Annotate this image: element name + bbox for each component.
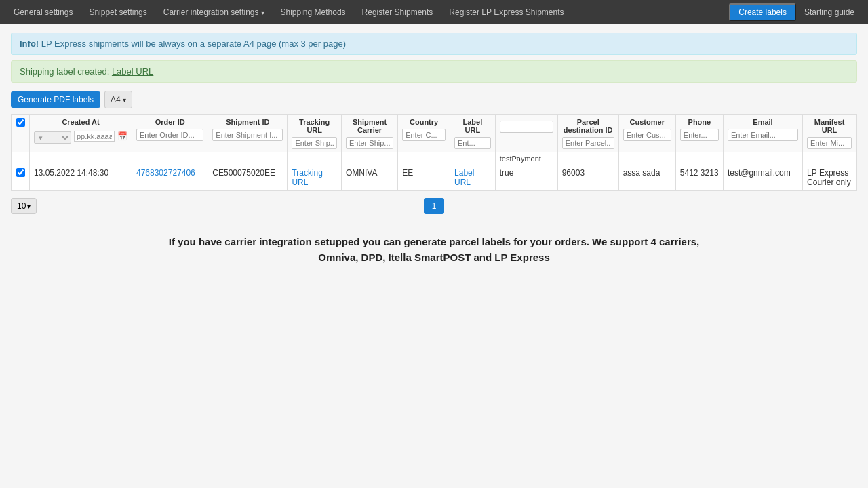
table-row: 13.05.2022 14:48:30 4768302727406 CE5000… bbox=[12, 165, 856, 190]
select-all-checkbox[interactable] bbox=[16, 118, 25, 127]
page-size-button[interactable]: A4 bbox=[104, 91, 132, 108]
th-created-at: Created At ▾ 📅 bbox=[30, 115, 132, 152]
row-carrier: OMNIVA bbox=[341, 165, 397, 190]
th-manifest-url: Manifest URL bbox=[803, 115, 856, 152]
filter-test-payment: testPayment bbox=[495, 152, 557, 165]
filter-customer bbox=[618, 152, 675, 165]
nav-register-shipments[interactable]: Register Shipments bbox=[354, 0, 441, 24]
th-label-url: Label URL bbox=[450, 115, 496, 152]
row-extra: true bbox=[495, 165, 557, 190]
nav-shipping-methods[interactable]: Shipping Methods bbox=[273, 0, 354, 24]
row-email: test@gnmail.com bbox=[723, 165, 802, 190]
create-labels-button[interactable]: Create labels bbox=[729, 3, 796, 21]
th-order-id: Order ID bbox=[132, 115, 208, 152]
label-url-row-link[interactable]: Label URL bbox=[454, 168, 474, 187]
row-tracking-url: Tracking URL bbox=[288, 165, 342, 190]
th-phone: Phone bbox=[675, 115, 723, 152]
nav-snippet-settings[interactable]: Snippet settings bbox=[81, 0, 155, 24]
filter-tracking-url bbox=[288, 152, 342, 165]
th-shipment-carrier: Shipment Carrier bbox=[341, 115, 397, 152]
filter-order-id bbox=[132, 152, 208, 165]
filter-phone bbox=[675, 152, 723, 165]
filter-created-at bbox=[30, 152, 132, 165]
row-select-checkbox[interactable] bbox=[16, 168, 25, 177]
filter-manifest bbox=[803, 152, 856, 165]
per-page-button[interactable]: 10 bbox=[11, 198, 37, 214]
nav-register-lp-express[interactable]: Register LP Express Shipments bbox=[441, 0, 572, 24]
shipment-carrier-filter[interactable] bbox=[346, 137, 393, 149]
email-filter[interactable] bbox=[728, 129, 798, 141]
tracking-url-link[interactable]: Tracking URL bbox=[292, 168, 323, 187]
nav-bar: General settings Snippet settings Carrie… bbox=[0, 0, 868, 24]
per-page-container: 10 bbox=[11, 198, 37, 214]
bottom-info-text: If you have carrier integration setupped… bbox=[163, 235, 705, 265]
filter-checkbox-cell bbox=[12, 152, 30, 165]
th-country: Country bbox=[398, 115, 450, 152]
success-text: Shipping label created: bbox=[20, 66, 112, 77]
customer-filter[interactable] bbox=[623, 129, 671, 141]
toolbar: Generate PDF labels A4 bbox=[11, 91, 857, 108]
info-banner: Info! LP Express shipments will be alway… bbox=[11, 33, 857, 55]
created-at-date-input[interactable] bbox=[74, 131, 115, 142]
country-filter[interactable] bbox=[402, 129, 446, 141]
filter-label-url bbox=[450, 152, 496, 165]
success-banner: Shipping label created: Label URL bbox=[11, 60, 857, 83]
label-url-filter[interactable] bbox=[454, 137, 491, 149]
order-id-filter[interactable] bbox=[136, 129, 203, 141]
th-shipment-id: Shipment ID bbox=[208, 115, 288, 152]
th-select-all bbox=[12, 115, 30, 152]
filter-shipment-id bbox=[208, 152, 288, 165]
phone-filter[interactable] bbox=[680, 129, 719, 141]
nav-starting-guide[interactable]: Starting guide bbox=[796, 0, 863, 24]
label-url-link[interactable]: Label URL bbox=[112, 66, 153, 77]
shipment-id-filter[interactable] bbox=[212, 129, 283, 141]
row-manifest-url: LP Express Courier only bbox=[803, 165, 856, 190]
filter-carrier bbox=[341, 152, 397, 165]
th-customer: Customer bbox=[618, 115, 675, 152]
filter-parcel bbox=[557, 152, 618, 165]
parcel-dest-filter[interactable] bbox=[562, 137, 614, 149]
pagination: 10 1 bbox=[11, 198, 857, 214]
th-email: Email bbox=[723, 115, 802, 152]
row-country: EE bbox=[398, 165, 450, 190]
row-checkbox-cell bbox=[12, 165, 30, 190]
main-content: Info! LP Express shipments will be alway… bbox=[0, 24, 868, 273]
manifest-url-filter[interactable] bbox=[807, 137, 852, 149]
filter-email bbox=[723, 152, 802, 165]
label-extra-filter[interactable] bbox=[500, 121, 553, 133]
filter-country bbox=[398, 152, 450, 165]
th-label-extra bbox=[495, 115, 557, 152]
shipments-table-wrapper: Created At ▾ 📅 Order ID bbox=[11, 114, 857, 191]
created-at-select[interactable]: ▾ bbox=[34, 131, 71, 144]
row-customer: assa sada bbox=[618, 165, 675, 190]
row-order-id: 4768302727406 bbox=[132, 165, 208, 190]
row-label-url: Label URL bbox=[450, 165, 496, 190]
order-id-link[interactable]: 4768302727406 bbox=[136, 168, 195, 178]
info-prefix: Info! bbox=[20, 39, 39, 49]
calendar-icon[interactable]: 📅 bbox=[117, 131, 127, 141]
row-created-at: 13.05.2022 14:48:30 bbox=[30, 165, 132, 190]
row-phone: 5412 3213 bbox=[675, 165, 723, 190]
th-tracking-url: Tracking URL bbox=[288, 115, 342, 152]
info-text: LP Express shipments will be always on a… bbox=[41, 39, 346, 49]
th-parcel-dest: Parcel destination ID bbox=[557, 115, 618, 152]
row-parcel-dest: 96003 bbox=[557, 165, 618, 190]
tracking-url-filter[interactable] bbox=[292, 137, 337, 149]
generate-pdf-button[interactable]: Generate PDF labels bbox=[11, 92, 100, 108]
shipments-table: Created At ▾ 📅 Order ID bbox=[12, 115, 856, 190]
nav-carrier-integration[interactable]: Carrier integration settings bbox=[155, 0, 273, 24]
page-1-button[interactable]: 1 bbox=[424, 198, 444, 214]
nav-general-settings[interactable]: General settings bbox=[5, 0, 81, 24]
row-shipment-id: CE500075020EE bbox=[208, 165, 288, 190]
